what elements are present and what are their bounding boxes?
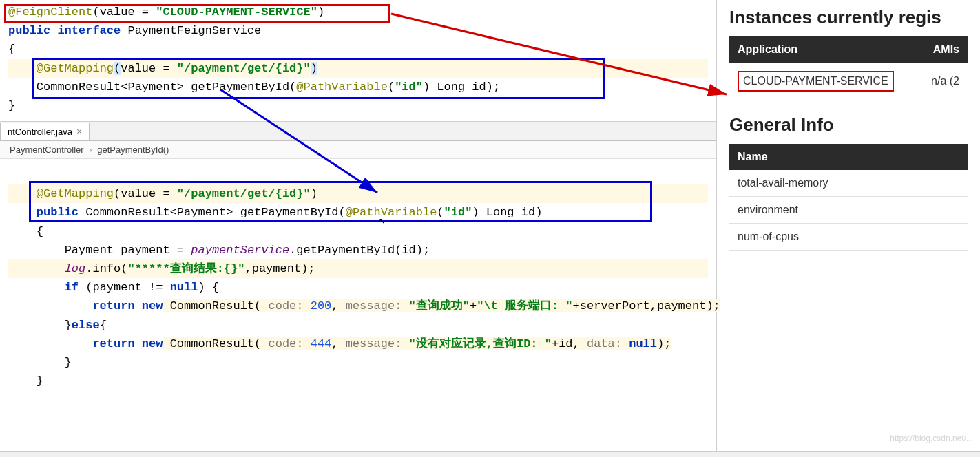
- chevron-right-icon: ›: [89, 145, 92, 155]
- breadcrumb-class[interactable]: PaymentController: [10, 145, 84, 155]
- top-code-block[interactable]: @FeignClient(value = "CLOUD-PAYMENT-SERV…: [0, 0, 716, 122]
- table-row: num-of-cpus: [729, 224, 968, 251]
- th-amis: AMIs: [919, 36, 968, 63]
- bottom-code-block[interactable]: @GetMapping(value = "/payment/get/{id}")…: [0, 159, 716, 397]
- eureka-panel: Instances currently regis Application AM…: [716, 0, 980, 457]
- general-info-table: Name total-avail-memory environment num-…: [729, 144, 968, 251]
- service-name-highlight: CLOUD-PAYMENT-SERVICE: [738, 71, 894, 92]
- getmapping-annotation-top: @GetMapping: [37, 62, 114, 75]
- tab-label: ntController.java: [8, 127, 72, 137]
- th-application: Application: [729, 36, 919, 63]
- bottom-bar: [0, 451, 980, 457]
- general-info-title: General Info: [729, 114, 968, 136]
- instances-table: Application AMIs CLOUD-PAYMENT-SERVICE n…: [729, 36, 968, 100]
- breadcrumb-method[interactable]: getPaymentById(): [97, 145, 169, 155]
- table-row: environment: [729, 197, 968, 224]
- table-row: CLOUD-PAYMENT-SERVICE n/a (2: [729, 63, 968, 100]
- breadcrumb[interactable]: PaymentController › getPaymentById(): [0, 141, 716, 159]
- cursor-icon: ↖: [379, 213, 386, 227]
- th-name: Name: [729, 144, 968, 170]
- feign-annotation: @FeignClient: [8, 6, 92, 19]
- code-editor[interactable]: @FeignClient(value = "CLOUD-PAYMENT-SERV…: [0, 0, 716, 457]
- close-icon[interactable]: ×: [76, 126, 82, 137]
- getmapping-annotation-bottom: @GetMapping: [37, 187, 114, 200]
- table-row: total-avail-memory: [729, 170, 968, 197]
- tab-bar: ntController.java ×: [0, 122, 716, 141]
- watermark: https://blog.csdn.net/...: [890, 434, 973, 443]
- instances-title: Instances currently regis: [729, 7, 968, 28]
- amis-value: n/a (2: [919, 63, 968, 100]
- file-tab[interactable]: ntController.java ×: [0, 123, 90, 140]
